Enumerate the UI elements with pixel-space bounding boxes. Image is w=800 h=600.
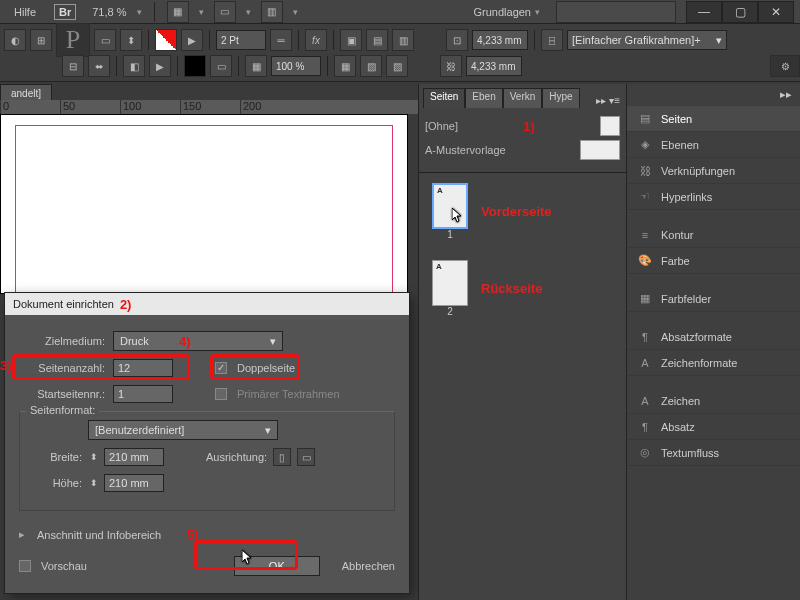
- link-constrain-icon[interactable]: ⛓: [440, 55, 462, 77]
- master-a-thumb[interactable]: [580, 140, 620, 160]
- tool-icon[interactable]: ▶: [149, 55, 171, 77]
- fill-stroke-swatch[interactable]: [155, 29, 177, 51]
- wrap-icon[interactable]: ▨: [386, 55, 408, 77]
- annotation-5: 5): [187, 527, 199, 542]
- cursor-icon: [242, 550, 256, 568]
- maximize-button[interactable]: ▢: [722, 1, 758, 23]
- tool-icon[interactable]: ◧: [123, 55, 145, 77]
- play-icon[interactable]: ▶: [181, 29, 203, 51]
- tool-icon[interactable]: ◐: [4, 29, 26, 51]
- pagecount-input[interactable]: [113, 359, 173, 377]
- orientation-landscape-icon[interactable]: ▭: [297, 448, 315, 466]
- swatch[interactable]: [184, 55, 206, 77]
- startpage-label: Startseitennr.:: [19, 388, 107, 400]
- opacity-icon[interactable]: ▦: [245, 55, 267, 77]
- swatches-icon: ▦: [637, 291, 653, 307]
- page-size-dropdown[interactable]: [Benutzerdefiniert]▾: [88, 420, 278, 440]
- char-styles-icon: A: [637, 355, 653, 371]
- bridge-button[interactable]: Br: [54, 4, 76, 20]
- wrap-icon[interactable]: ▧: [360, 55, 382, 77]
- document-setup-dialog: Dokument einrichten 2) Zielmedium: Druck…: [4, 292, 410, 594]
- startpage-input[interactable]: [113, 385, 173, 403]
- wrap-icon[interactable]: ▣: [340, 29, 362, 51]
- minimize-button[interactable]: —: [686, 1, 722, 23]
- tab-hyperlinks[interactable]: Hype: [542, 88, 579, 108]
- link-icon[interactable]: ⌸: [541, 29, 563, 51]
- workspace-switcher[interactable]: Grundlagen ▾: [468, 4, 547, 20]
- stroke-icon: ≡: [637, 227, 653, 243]
- page-size-label: Seitenformat:: [26, 404, 99, 416]
- measure-field[interactable]: 4,233 mm: [472, 30, 528, 50]
- master-a[interactable]: A-Mustervorlage: [425, 144, 506, 156]
- panel-zeichenformate[interactable]: AZeichenformate: [627, 350, 800, 376]
- search-field[interactable]: [556, 1, 676, 23]
- document-canvas[interactable]: [0, 114, 408, 294]
- panel-textumfluss[interactable]: ◎Textumfluss: [627, 440, 800, 466]
- height-input[interactable]: [104, 474, 164, 492]
- zoom-value[interactable]: 71,8 %: [92, 6, 126, 18]
- fx-icon[interactable]: fx: [305, 29, 327, 51]
- wrap-icon[interactable]: ▥: [392, 29, 414, 51]
- page-2-thumb[interactable]: A: [432, 260, 468, 306]
- panel-farbe[interactable]: 🎨Farbe: [627, 248, 800, 274]
- preview-label: Vorschau: [41, 560, 87, 572]
- tool-icon[interactable]: ▭: [94, 29, 116, 51]
- panel-toggle-icon[interactable]: ⚙: [770, 55, 800, 77]
- screen-mode-icon[interactable]: ▭: [214, 1, 236, 23]
- dialog-titlebar[interactable]: Dokument einrichten 2): [5, 293, 409, 315]
- bleed-section-label[interactable]: Anschnitt und Infobereich: [37, 529, 161, 541]
- master-none[interactable]: [Ohne]: [425, 120, 458, 132]
- panel-absatzformate[interactable]: ¶Absatzformate: [627, 324, 800, 350]
- tool-icon[interactable]: ▭: [210, 55, 232, 77]
- tool-icon[interactable]: ⬍: [120, 29, 142, 51]
- object-style-dropdown[interactable]: [Einfacher Grafikrahmen]+▾: [567, 30, 727, 50]
- page-size-group: Seitenformat: [Benutzerdefiniert]▾ Breit…: [19, 411, 395, 511]
- tab-verknuepfungen[interactable]: Verkn: [503, 88, 543, 108]
- cursor-icon: [452, 208, 466, 226]
- annotation-2: 2): [120, 297, 132, 312]
- cancel-button[interactable]: Abbrechen: [342, 560, 395, 572]
- panel-absatz[interactable]: ¶Absatz: [627, 414, 800, 440]
- panel-hyperlinks[interactable]: ☜Hyperlinks: [627, 184, 800, 210]
- wrap-icon[interactable]: ▤: [366, 29, 388, 51]
- panel-verknuepfungen[interactable]: ⛓Verknüpfungen: [627, 158, 800, 184]
- arrange-icon[interactable]: ▥: [261, 1, 283, 23]
- crop-icon[interactable]: ⊡: [446, 29, 468, 51]
- preview-checkbox[interactable]: [19, 560, 31, 572]
- color-icon: 🎨: [637, 253, 653, 269]
- tool-icon[interactable]: ⊞: [30, 29, 52, 51]
- tab-ebenen[interactable]: Eben: [465, 88, 502, 108]
- help-menu[interactable]: Hilfe: [6, 4, 44, 20]
- panel-farbfelder[interactable]: ▦Farbfelder: [627, 286, 800, 312]
- close-button[interactable]: ✕: [758, 1, 794, 23]
- dialog-title: Dokument einrichten: [13, 298, 114, 310]
- front-label: Vorderseite: [481, 204, 552, 219]
- panel-seiten[interactable]: ▤Seiten: [627, 106, 800, 132]
- panel-ebenen[interactable]: ◈Ebenen: [627, 132, 800, 158]
- intent-dropdown[interactable]: Druck▾: [113, 331, 283, 351]
- textwrap-icon: ◎: [637, 445, 653, 461]
- measure-field-2[interactable]: 4,233 mm: [466, 56, 522, 76]
- facing-pages-label: Doppelseite: [237, 362, 295, 374]
- view-options-icon[interactable]: ▦: [167, 1, 189, 23]
- stroke-weight[interactable]: 2 Pt: [216, 30, 266, 50]
- tool-icon[interactable]: ⬌: [88, 55, 110, 77]
- panel-zeichen[interactable]: AZeichen: [627, 388, 800, 414]
- master-none-thumb[interactable]: [600, 116, 620, 136]
- tool-icon[interactable]: ⊟: [62, 55, 84, 77]
- stroke-style-icon[interactable]: ═: [270, 29, 292, 51]
- tab-seiten[interactable]: Seiten: [423, 88, 465, 108]
- wrap-icon[interactable]: ▦: [334, 55, 356, 77]
- paragraph-icon: ¶: [637, 419, 653, 435]
- disclosure-icon[interactable]: ▸: [19, 528, 25, 541]
- collapse-icon[interactable]: ▸▸ ▾≡: [590, 93, 626, 108]
- facing-pages-checkbox[interactable]: ✓: [215, 362, 227, 374]
- orientation-portrait-icon[interactable]: ▯: [273, 448, 291, 466]
- panel-kontur[interactable]: ≡Kontur: [627, 222, 800, 248]
- collapse-icon[interactable]: ▸▸: [780, 88, 792, 100]
- height-label: Höhe:: [30, 477, 84, 489]
- pages-icon: ▤: [637, 111, 653, 127]
- opacity-field[interactable]: 100 %: [271, 56, 321, 76]
- zoom-chevron-icon[interactable]: ▾: [137, 7, 142, 17]
- width-input[interactable]: [104, 448, 164, 466]
